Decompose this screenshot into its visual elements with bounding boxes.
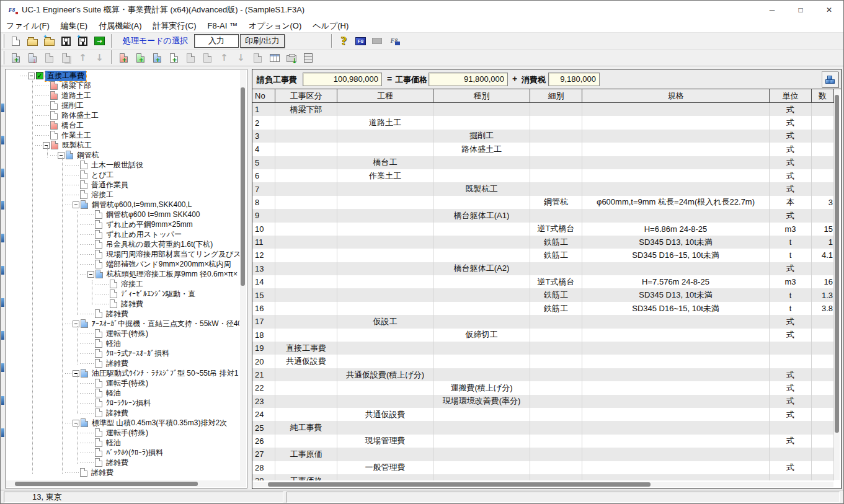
tree-expand-box[interactable] [73, 370, 79, 377]
tree-item[interactable]: 掘削工 [6, 100, 239, 110]
tree-vscroll-thumb[interactable] [241, 87, 245, 286]
grid-cell-c4[interactable] [530, 209, 582, 222]
help-icon[interactable]: ? [335, 33, 352, 48]
tree-item[interactable]: 軽油 [6, 338, 239, 348]
grid-row[interactable]: 28一般管理費式 [252, 461, 834, 474]
grid-cell-c3[interactable]: 橋台躯体工(A2) [433, 262, 530, 275]
grid-cell-c1[interactable] [275, 130, 337, 143]
grid-cell-c2[interactable] [337, 342, 433, 355]
grid-cell-qty[interactable]: 3.8 [812, 302, 834, 315]
grid-cell-c1[interactable] [275, 302, 337, 315]
tree-item[interactable]: 諸雑費 [6, 358, 239, 368]
grid-cell-c1[interactable]: 橋梁下部 [275, 103, 337, 116]
grid-cell-c1[interactable] [275, 169, 337, 182]
grid-vscroll-thumb[interactable] [835, 95, 839, 433]
grid-cell-unit[interactable]: 式 [770, 130, 812, 143]
grid-cell-qty[interactable] [812, 209, 834, 222]
grid-cell-c4[interactable]: 鉄筋工 [530, 288, 582, 301]
grid-cell-unit[interactable]: 式 [770, 156, 812, 169]
grid-cell-c4[interactable] [530, 103, 582, 116]
grid-row[interactable]: 22運搬費(積上げ分)式 [252, 381, 834, 394]
menu-item[interactable]: 計算実行(C) [148, 20, 202, 32]
tree-item[interactable]: 鋼管杭φ600,t=9mm,SKK400,L [6, 200, 239, 210]
grid-cell-qty[interactable] [812, 182, 834, 195]
minimize-button[interactable]: ─ [758, 1, 786, 19]
grid-cell-c4[interactable] [530, 143, 582, 156]
tree-item[interactable]: 軽油 [6, 388, 239, 398]
grid-cell-spec[interactable] [582, 355, 770, 368]
tree-item[interactable]: 諸雑費 [6, 458, 239, 467]
grid-cell-qty[interactable] [812, 143, 834, 156]
grid-cell-unit[interactable]: 式 [770, 209, 812, 222]
close-button[interactable]: ✕ [815, 1, 843, 19]
grid-cell-c3[interactable] [433, 249, 530, 262]
add-koushu-icon[interactable] [132, 50, 149, 65]
grid-cell-c1[interactable] [275, 182, 337, 195]
grid-cell-no[interactable]: 23 [252, 395, 275, 408]
grid-cell-c3[interactable]: 運搬費(積上げ分) [433, 381, 530, 394]
grid-cell-unit[interactable]: 式 [770, 143, 812, 156]
tree-item[interactable]: ✓直接工事費 [6, 71, 239, 81]
grid-cell-qty[interactable]: 4.1 [812, 249, 834, 262]
grid-cell-c1[interactable] [275, 288, 337, 301]
grid-row[interactable]: 24共通仮設費式 [252, 408, 834, 421]
grid-hscroll-thumb[interactable] [268, 482, 651, 487]
grid-cell-c4[interactable] [530, 461, 582, 474]
grid-cell-qty[interactable] [812, 169, 834, 182]
grid-cell-c4[interactable]: 鋼管杭 [530, 196, 582, 209]
f8-manual-icon[interactable]: F8 [352, 33, 369, 48]
grid-cell-c3[interactable] [433, 421, 530, 434]
add-kouji-kubun-icon[interactable] [115, 50, 132, 65]
grid-cell-unit[interactable]: 式 [770, 182, 812, 195]
grid-cell-spec[interactable] [582, 209, 770, 222]
grid-cell-c4[interactable] [530, 421, 582, 434]
grid-cell-c4[interactable] [530, 408, 582, 421]
open-f8-data-icon[interactable] [41, 33, 58, 48]
tree-item[interactable]: 橋梁下部 [6, 81, 239, 91]
grid-cell-c3[interactable] [433, 103, 530, 116]
grid-cell-c1[interactable]: 工事原価 [275, 448, 337, 461]
grid-cell-unit[interactable] [770, 474, 812, 480]
grid-cell-c1[interactable] [275, 435, 337, 448]
grid-cell-spec[interactable] [582, 103, 770, 116]
grid-cell-c2[interactable] [337, 130, 433, 143]
grid-cell-c4[interactable] [530, 116, 582, 129]
tree-expand-box[interactable] [28, 73, 35, 79]
grid-cell-c1[interactable]: 共通仮設費 [275, 355, 337, 368]
tree-item[interactable]: 運転手(特殊) [6, 329, 239, 338]
grid-cell-c2[interactable] [337, 288, 433, 301]
grid-cell-no[interactable]: 15 [252, 288, 275, 301]
grid-cell-c2[interactable]: 共通仮設費(積上げ分) [337, 368, 433, 381]
grid-cell-spec[interactable] [582, 116, 770, 129]
grid-cell-qty[interactable] [812, 130, 834, 143]
grid-cell-qty[interactable] [812, 381, 834, 394]
tree-expand-box[interactable] [73, 321, 79, 327]
grid-cell-c1[interactable] [275, 368, 337, 381]
grid-cell-unit[interactable] [770, 448, 812, 461]
grid-cell-qty[interactable] [812, 368, 834, 381]
item-up-icon[interactable]: ↑ [216, 50, 233, 65]
grid-row[interactable]: 21共通仮設費(積上げ分)式 [252, 368, 834, 381]
tree-item[interactable]: 杭杭頭処理溶接工板厚9mm 径0.6m×π× [6, 269, 239, 279]
tree-item[interactable]: 普通作業員 [6, 180, 239, 190]
grid-row[interactable]: 5橋台工式 [252, 156, 834, 169]
tree-item[interactable]: ｱｰｽｵｰｶﾞ中掘機・直結三点支持・55kW・径400~1 [6, 319, 239, 329]
grid-cell-no[interactable]: 8 [252, 196, 275, 209]
grid-cell-unit[interactable]: 式 [770, 262, 812, 275]
grid-cell-no[interactable]: 28 [252, 461, 275, 474]
grid-cell-c4[interactable] [530, 156, 582, 169]
grid-cell-unit[interactable]: 式 [770, 381, 812, 394]
grid-cell-unit[interactable]: t [770, 249, 812, 262]
tree-item[interactable]: 路体盛土工 [6, 110, 239, 120]
grid-cell-spec[interactable] [582, 169, 770, 182]
grid-row[interactable]: 9橋台躯体工(A1)式 [252, 209, 834, 222]
grid-cell-unit[interactable]: 式 [770, 116, 812, 129]
grid-cell-spec[interactable]: H=7.576m 24-8-25 [582, 275, 770, 288]
grid-cell-c3[interactable]: 仮締切工 [433, 329, 530, 342]
grid-cell-c1[interactable] [275, 116, 337, 129]
grid-cell-no[interactable]: 21 [252, 368, 275, 381]
grid-cell-spec[interactable] [582, 435, 770, 448]
grid-cell-qty[interactable] [812, 103, 834, 116]
grid-cell-qty[interactable] [812, 329, 834, 342]
grid-cell-spec[interactable] [582, 474, 770, 480]
